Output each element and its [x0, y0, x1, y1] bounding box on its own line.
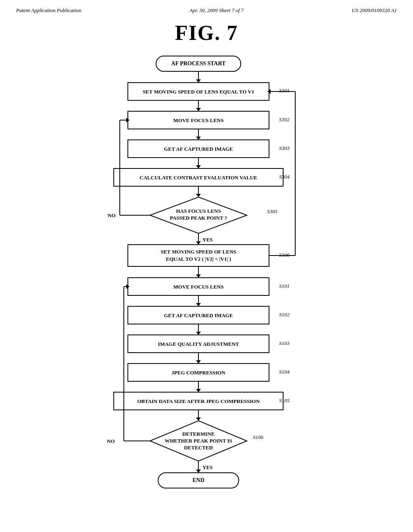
s306-text-line2: EQUAL TO V2 ( |V2| < |V1| ) — [166, 256, 231, 262]
svg-marker-40 — [196, 389, 201, 392]
s104-label: S104 — [279, 369, 290, 375]
s305-diamond-line2: PASSED PEAK POINT ? — [170, 215, 227, 221]
start-label: AF PROCESS START — [171, 60, 226, 66]
fig-title: FIG. 7 — [0, 21, 413, 45]
s303-text: GET AF CAPTURED IMAGE — [164, 146, 233, 152]
s106-diamond-line1: DETERMINE — [182, 431, 215, 437]
svg-marker-21 — [196, 241, 201, 245]
s302-text: MOVE FOCUS LENS — [173, 117, 224, 123]
s301-label: S301 — [279, 87, 290, 94]
s106-diamond-line3: DETECTED — [184, 445, 213, 451]
s106-label: S106 — [253, 434, 264, 440]
s305-yes: YES — [202, 237, 213, 243]
s104-text: JPEG COMPRESSION — [171, 370, 225, 376]
svg-marker-28 — [196, 274, 201, 278]
svg-rect-22 — [128, 245, 269, 266]
s103-label: S103 — [279, 340, 290, 346]
s303-label: S303 — [279, 145, 290, 151]
svg-marker-2 — [196, 79, 201, 83]
s106-diamond-line2: WHETHER PEAK POINT IS — [165, 438, 232, 444]
s105-text: OBTAIN DATA SIZE AFTER JPEG COMPRESSION — [137, 398, 260, 404]
s105-label: S105 — [279, 397, 290, 403]
page-header: Patent Application Publication Apr. 30, … — [0, 0, 413, 14]
header-center: Apr. 30, 2009 Sheet 7 of 7 — [190, 7, 244, 14]
s305-diamond-line1: HAS FOCUS LENS — [176, 208, 221, 214]
s106-yes: YES — [202, 464, 213, 470]
flowchart: AF PROCESS START SET MOVING SPEED OF LEN… — [0, 52, 413, 507]
end-label: END — [192, 477, 204, 483]
s101-text: MOVE FOCUS LENS — [173, 284, 224, 290]
svg-marker-34 — [196, 332, 201, 335]
s305-no: NO — [108, 212, 116, 218]
s101-label: S101 — [279, 283, 290, 289]
svg-marker-43 — [196, 418, 201, 421]
svg-marker-14 — [196, 194, 201, 197]
s301-text: SET MOVING SPEED OF LENS EQUAL TO V1 — [143, 89, 254, 95]
s305-label: S305 — [267, 208, 278, 214]
header-left: Patent Application Publication — [16, 7, 81, 14]
s306-text-line1: SET MOVING SPEED OF LENS — [161, 249, 236, 255]
s102-label: S102 — [279, 312, 290, 318]
svg-marker-8 — [196, 137, 201, 140]
s304-text: CALCULATE CONTRAST EVALUATION VALUE — [140, 175, 257, 181]
header-right: US 2009/0109320 A1 — [352, 7, 397, 14]
svg-marker-11 — [196, 165, 201, 168]
s306-label: S306 — [279, 252, 290, 258]
svg-marker-31 — [196, 303, 201, 306]
svg-marker-5 — [196, 108, 201, 111]
svg-marker-50 — [196, 470, 201, 473]
s102-text: GET AF CAPTURED IMAGE — [164, 312, 233, 318]
s302-label: S302 — [279, 116, 290, 123]
s103-text: IMAGE QUALITY ADJUSTMENT — [158, 341, 239, 347]
flowchart-svg: AF PROCESS START SET MOVING SPEED OF LEN… — [69, 52, 344, 507]
svg-marker-37 — [196, 360, 201, 364]
s106-no: NO — [107, 438, 115, 444]
s304-label: S304 — [279, 174, 290, 180]
